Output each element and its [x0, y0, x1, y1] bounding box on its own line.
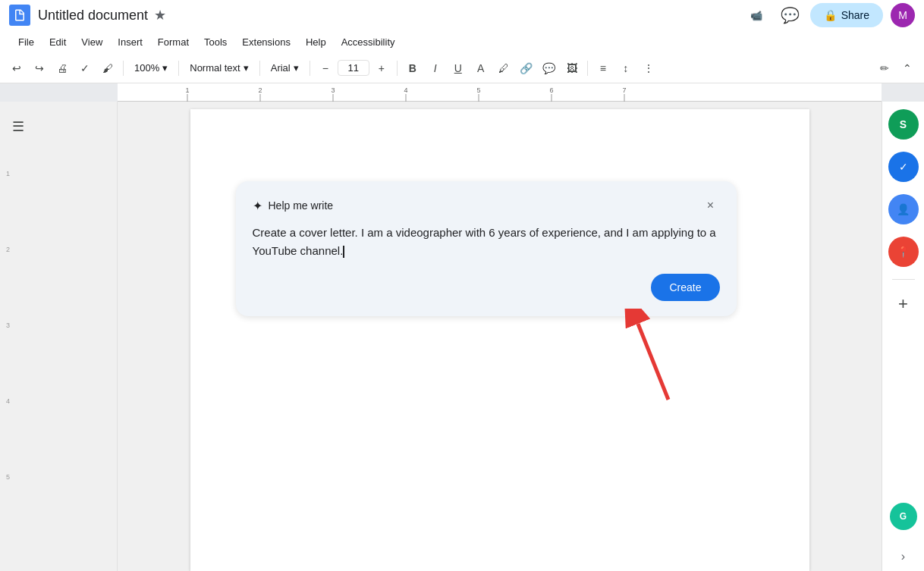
- menu-edit[interactable]: Edit: [43, 33, 72, 51]
- font-size-input[interactable]: 11: [338, 60, 369, 76]
- line-spacing-button[interactable]: ↕: [615, 58, 636, 79]
- menu-format[interactable]: Format: [152, 33, 195, 51]
- svg-line-15: [638, 324, 668, 400]
- style-value: Normal text: [190, 62, 240, 74]
- menu-help[interactable]: Help: [300, 33, 332, 51]
- ai-dialog-header: ✦ Help me write ×: [253, 196, 720, 215]
- align-button[interactable]: ≡: [592, 58, 614, 79]
- sidebar-collapse-button[interactable]: ›: [901, 550, 905, 563]
- separator-4: [310, 61, 310, 76]
- undo-button[interactable]: ↩: [6, 58, 27, 79]
- svg-text:1: 1: [185, 86, 189, 94]
- italic-button[interactable]: I: [425, 58, 446, 79]
- document-page[interactable]: ✦ Help me write × Create a cover letter.…: [190, 109, 809, 571]
- svg-text:3: 3: [331, 86, 335, 94]
- red-arrow: [600, 309, 691, 407]
- zoom-value: 100%: [134, 62, 159, 74]
- print-button[interactable]: 🖨: [52, 58, 73, 79]
- document-title[interactable]: Untitled document: [38, 8, 148, 24]
- title-bar: Untitled document ★ 📹 💬 🔒 Share M: [0, 0, 924, 30]
- sidebar-divider: [892, 279, 915, 280]
- ai-close-button[interactable]: ×: [702, 196, 720, 215]
- comment-button[interactable]: 💬: [539, 58, 560, 79]
- document-container: ✦ Help me write × Create a cover letter.…: [118, 102, 882, 571]
- tasks-icon[interactable]: ✓: [888, 152, 919, 182]
- svg-text:2: 2: [258, 86, 262, 94]
- zoom-dropdown[interactable]: 100% ▾: [128, 59, 174, 77]
- maps-icon[interactable]: 📍: [888, 237, 919, 267]
- google-docs-icon: [9, 5, 30, 26]
- right-sidebar: S ✓ 👤 📍 + G ›: [882, 102, 924, 571]
- ruler-doc-section: 1 2 3 4 5 6 7: [118, 83, 882, 102]
- sheets-icon[interactable]: S: [888, 109, 919, 140]
- meet-button[interactable]: 📹: [743, 7, 770, 24]
- svg-text:5: 5: [476, 86, 480, 94]
- separator-1: [123, 61, 124, 76]
- style-chevron: ▾: [244, 62, 249, 74]
- left-margin: ☰ 1 2 3 4 5: [0, 102, 118, 571]
- menu-bar: File Edit View Insert Format Tools Exten…: [0, 30, 924, 53]
- toolbar: ↩ ↪ 🖨 ✓ 🖌 100% ▾ Normal text ▾ Arial ▾ −…: [0, 53, 924, 83]
- add-sidebar-button[interactable]: +: [891, 292, 916, 316]
- underline-button[interactable]: U: [448, 58, 469, 79]
- svg-text:7: 7: [622, 86, 626, 94]
- menu-accessibility[interactable]: Accessibility: [335, 33, 401, 51]
- font-chevron: ▾: [294, 62, 299, 74]
- redo-button[interactable]: ↪: [29, 58, 50, 79]
- menu-tools[interactable]: Tools: [198, 33, 233, 51]
- menu-file[interactable]: File: [12, 33, 40, 51]
- style-dropdown[interactable]: Normal text ▾: [184, 59, 254, 77]
- font-size-increase[interactable]: +: [371, 58, 392, 79]
- share-button[interactable]: 🔒 Share: [810, 3, 883, 27]
- outline-icon[interactable]: ☰: [12, 118, 24, 135]
- star-icon[interactable]: ★: [154, 7, 166, 24]
- ai-dialog-footer: Create: [253, 274, 720, 301]
- menu-extensions[interactable]: Extensions: [236, 33, 297, 51]
- main-area: ☰ 1 2 3 4 5 ✦ Help me write × Create a c…: [0, 102, 924, 571]
- grammarly-icon[interactable]: G: [890, 503, 917, 530]
- collapse-toolbar-button[interactable]: ⌃: [897, 58, 918, 79]
- text-cursor: [343, 246, 344, 258]
- highlight-button[interactable]: 🖊: [493, 58, 514, 79]
- separator-6: [587, 61, 588, 76]
- ai-prompt-text[interactable]: Create a cover letter. I am a videograph…: [253, 224, 720, 260]
- bold-button[interactable]: B: [402, 58, 423, 79]
- create-button[interactable]: Create: [651, 274, 719, 301]
- meet-icon: 📹: [750, 10, 762, 21]
- svg-text:4: 4: [404, 86, 407, 94]
- menu-view[interactable]: View: [75, 33, 108, 51]
- paint-format-button[interactable]: 🖌: [97, 58, 118, 79]
- ruler: 1 2 3 4 5 6 7: [0, 83, 924, 102]
- font-dropdown[interactable]: Arial ▾: [265, 59, 305, 77]
- title-right: 📹 💬 🔒 Share M: [743, 3, 915, 27]
- pen-button[interactable]: ✏: [874, 58, 895, 79]
- more-button[interactable]: ⋮: [638, 58, 659, 79]
- image-button[interactable]: 🖼: [561, 58, 583, 79]
- spell-check-button[interactable]: ✓: [74, 58, 96, 79]
- font-size-decrease[interactable]: −: [315, 58, 336, 79]
- ai-dialog-title: ✦ Help me write: [253, 199, 334, 213]
- title-area: Untitled document ★: [38, 7, 735, 24]
- ai-sparkle-icon: ✦: [253, 199, 262, 213]
- menu-insert[interactable]: Insert: [112, 33, 149, 51]
- svg-text:6: 6: [549, 86, 553, 94]
- separator-3: [259, 61, 260, 76]
- ai-dialog: ✦ Help me write × Create a cover letter.…: [236, 181, 737, 316]
- separator-2: [178, 61, 179, 76]
- link-button[interactable]: 🔗: [516, 58, 537, 79]
- separator-5: [397, 61, 398, 76]
- zoom-chevron: ▾: [162, 62, 168, 74]
- text-color-button[interactable]: A: [470, 58, 492, 79]
- comment-icon[interactable]: 💬: [778, 3, 803, 27]
- avatar[interactable]: M: [891, 3, 915, 27]
- contacts-icon[interactable]: 👤: [888, 194, 919, 224]
- lock-icon: 🔒: [824, 9, 837, 21]
- font-value: Arial: [271, 62, 291, 74]
